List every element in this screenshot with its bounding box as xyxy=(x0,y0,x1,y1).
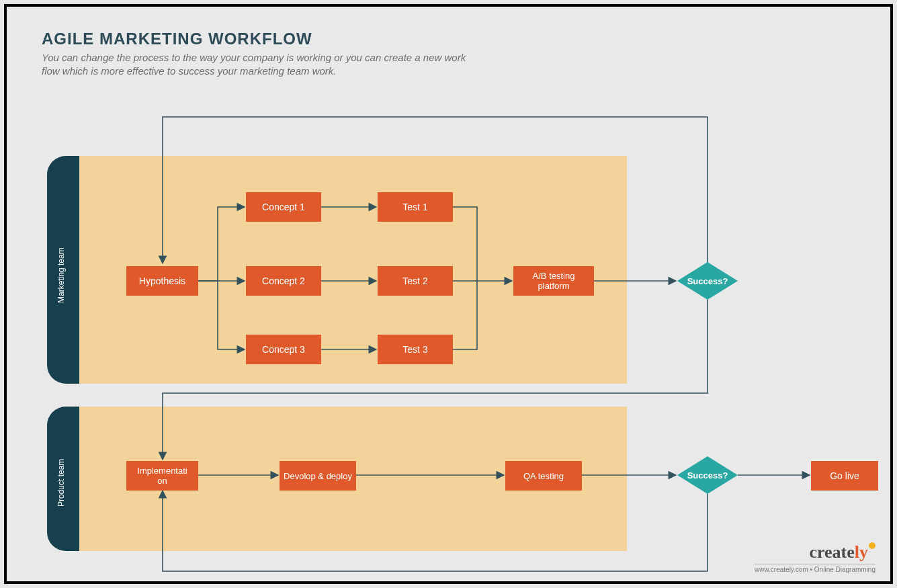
diagram-subtitle: You can change the process to the way yo… xyxy=(42,51,472,79)
node-ab-testing[interactable]: A/B testing platform xyxy=(513,266,594,296)
page-root: AGILE MARKETING WORKFLOW You can change … xyxy=(0,0,897,588)
node-concept-1[interactable]: Concept 1 xyxy=(246,192,321,222)
node-test-2[interactable]: Test 2 xyxy=(378,266,453,296)
node-implementation[interactable]: Implementati on xyxy=(126,461,198,491)
bulb-icon xyxy=(869,542,875,549)
brand-name-a: create xyxy=(809,542,854,562)
brand-name-b: ly xyxy=(855,542,868,562)
lane-label-marketing: Marketing team xyxy=(56,235,70,316)
node-qa-testing[interactable]: QA testing xyxy=(505,461,582,491)
node-concept-3[interactable]: Concept 3 xyxy=(246,335,321,364)
decision-success-1[interactable]: Success? xyxy=(677,262,738,300)
lane-label-product: Product team xyxy=(56,449,70,516)
node-test-3[interactable]: Test 3 xyxy=(378,335,453,364)
decision-success-2[interactable]: Success? xyxy=(677,456,738,494)
diagram-title: AGILE MARKETING WORKFLOW xyxy=(42,30,312,48)
canvas: AGILE MARKETING WORKFLOW You can change … xyxy=(4,4,893,584)
brand-logo: creately xyxy=(809,542,875,562)
decision-success-2-label: Success? xyxy=(687,470,728,480)
node-hypothesis[interactable]: Hypothesis xyxy=(126,266,198,296)
decision-success-1-label: Success? xyxy=(687,276,728,286)
node-go-live[interactable]: Go live xyxy=(811,461,878,491)
node-test-1[interactable]: Test 1 xyxy=(378,192,453,222)
node-concept-2[interactable]: Concept 2 xyxy=(246,266,321,296)
brand-tagline: www.creately.com • Online Diagramming xyxy=(755,564,875,573)
node-dev-deploy[interactable]: Devolop & deploy xyxy=(280,461,356,491)
